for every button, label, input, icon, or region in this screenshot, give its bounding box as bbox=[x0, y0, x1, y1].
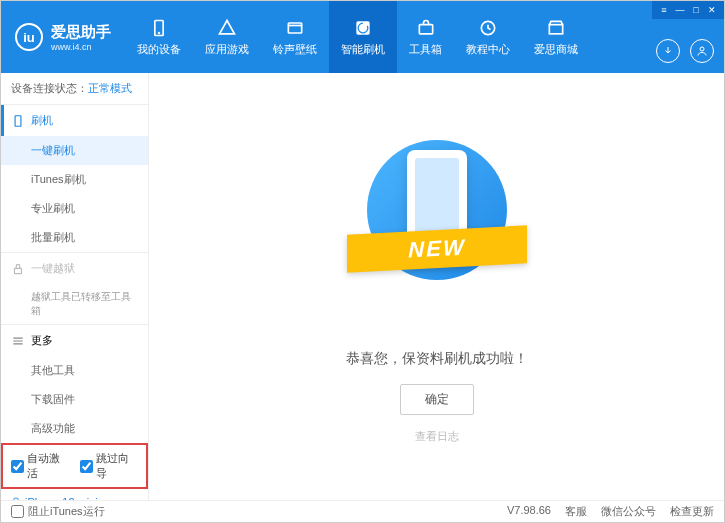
maximize-icon[interactable]: □ bbox=[688, 3, 704, 17]
jailbreak-note: 越狱工具已转移至工具箱 bbox=[1, 284, 148, 324]
checkbox-label: 自动激活 bbox=[27, 451, 70, 481]
app-url: www.i4.cn bbox=[51, 42, 111, 52]
window-controls: ≡ — □ ✕ bbox=[652, 1, 724, 19]
nav-label: 教程中心 bbox=[466, 42, 510, 57]
main-content: NEW 恭喜您，保资料刷机成功啦！ 确定 查看日志 bbox=[149, 73, 724, 500]
ok-button[interactable]: 确定 bbox=[400, 384, 474, 415]
phone-icon bbox=[11, 114, 25, 128]
version-label: V7.98.66 bbox=[507, 504, 551, 519]
svg-rect-8 bbox=[15, 115, 21, 126]
svg-rect-10 bbox=[14, 498, 18, 500]
svg-rect-9 bbox=[15, 268, 22, 273]
checkbox-label: 跳过向导 bbox=[96, 451, 139, 481]
sidebar-item-download-fw[interactable]: 下载固件 bbox=[1, 385, 148, 414]
user-icon bbox=[696, 45, 708, 57]
sidebar-section-jailbreak[interactable]: 一键越狱 bbox=[1, 253, 148, 284]
device-info: iPhone 12 mini 64GB Down-12mini-13,1 bbox=[1, 489, 148, 500]
download-button[interactable] bbox=[656, 39, 680, 63]
logo-icon: iu bbox=[15, 23, 43, 51]
device-name[interactable]: iPhone 12 mini bbox=[11, 495, 138, 500]
sidebar-item-oneclick-flash[interactable]: 一键刷机 bbox=[1, 136, 148, 165]
user-button[interactable] bbox=[690, 39, 714, 63]
footer: 阻止iTunes运行 V7.98.66 客服 微信公众号 检查更新 bbox=[1, 500, 724, 522]
refresh-icon bbox=[353, 18, 373, 38]
main-nav: 我的设备 应用游戏 铃声壁纸 智能刷机 工具箱 教程中心 爱思商城 bbox=[125, 1, 590, 73]
status-label: 设备连接状态： bbox=[11, 82, 88, 94]
apps-icon bbox=[217, 18, 237, 38]
sidebar-item-other-tools[interactable]: 其他工具 bbox=[1, 356, 148, 385]
device-icon bbox=[149, 18, 169, 38]
nav-apps[interactable]: 应用游戏 bbox=[193, 1, 261, 73]
support-link[interactable]: 客服 bbox=[565, 504, 587, 519]
nav-smart-flash[interactable]: 智能刷机 bbox=[329, 1, 397, 73]
section-title: 更多 bbox=[31, 333, 53, 348]
nav-label: 爱思商城 bbox=[534, 42, 578, 57]
check-update-link[interactable]: 检查更新 bbox=[670, 504, 714, 519]
sidebar-item-batch-flash[interactable]: 批量刷机 bbox=[1, 223, 148, 252]
header-actions bbox=[656, 39, 714, 63]
success-illustration: NEW bbox=[357, 130, 517, 330]
sidebar-section-more[interactable]: 更多 bbox=[1, 325, 148, 356]
nav-ringtones[interactable]: 铃声壁纸 bbox=[261, 1, 329, 73]
skip-guide-checkbox[interactable]: 跳过向导 bbox=[80, 451, 139, 481]
svg-rect-2 bbox=[288, 23, 301, 33]
svg-point-7 bbox=[700, 47, 704, 51]
success-message: 恭喜您，保资料刷机成功啦！ bbox=[346, 350, 528, 368]
more-icon bbox=[11, 334, 25, 348]
nav-store[interactable]: 爱思商城 bbox=[522, 1, 590, 73]
app-title: 爱思助手 bbox=[51, 23, 111, 42]
section-title: 一键越狱 bbox=[31, 261, 75, 276]
sidebar-section-flash[interactable]: 刷机 bbox=[1, 105, 148, 136]
checkbox-label: 阻止iTunes运行 bbox=[28, 504, 105, 519]
device-icon bbox=[11, 495, 21, 500]
svg-rect-4 bbox=[419, 24, 432, 33]
block-itunes-checkbox[interactable]: 阻止iTunes运行 bbox=[11, 504, 105, 519]
download-icon bbox=[662, 45, 674, 57]
status-value: 正常模式 bbox=[88, 82, 132, 94]
nav-tutorials[interactable]: 教程中心 bbox=[454, 1, 522, 73]
connection-status: 设备连接状态：正常模式 bbox=[1, 73, 148, 104]
lock-icon bbox=[11, 262, 25, 276]
menu-icon[interactable]: ≡ bbox=[656, 3, 672, 17]
auto-activate-checkbox[interactable]: 自动激活 bbox=[11, 451, 70, 481]
nav-toolbox[interactable]: 工具箱 bbox=[397, 1, 454, 73]
folder-icon bbox=[285, 18, 305, 38]
sidebar: 设备连接状态：正常模式 刷机 一键刷机 iTunes刷机 专业刷机 批量刷机 一… bbox=[1, 73, 149, 500]
store-icon bbox=[546, 18, 566, 38]
nav-label: 工具箱 bbox=[409, 42, 442, 57]
sidebar-item-pro-flash[interactable]: 专业刷机 bbox=[1, 194, 148, 223]
nav-label: 应用游戏 bbox=[205, 42, 249, 57]
minimize-icon[interactable]: — bbox=[672, 3, 688, 17]
toolbox-icon bbox=[416, 18, 436, 38]
options-row: 自动激活 跳过向导 bbox=[1, 443, 148, 489]
svg-rect-6 bbox=[549, 24, 562, 33]
close-icon[interactable]: ✕ bbox=[704, 3, 720, 17]
nav-label: 铃声壁纸 bbox=[273, 42, 317, 57]
sidebar-item-advanced[interactable]: 高级功能 bbox=[1, 414, 148, 443]
book-icon bbox=[478, 18, 498, 38]
nav-my-device[interactable]: 我的设备 bbox=[125, 1, 193, 73]
svg-point-1 bbox=[159, 32, 160, 33]
nav-label: 我的设备 bbox=[137, 42, 181, 57]
nav-label: 智能刷机 bbox=[341, 42, 385, 57]
section-title: 刷机 bbox=[31, 113, 53, 128]
app-header: iu 爱思助手 www.i4.cn 我的设备 应用游戏 铃声壁纸 智能刷机 工具… bbox=[1, 1, 724, 73]
sidebar-item-itunes-flash[interactable]: iTunes刷机 bbox=[1, 165, 148, 194]
logo: iu 爱思助手 www.i4.cn bbox=[1, 23, 125, 52]
view-log-link[interactable]: 查看日志 bbox=[415, 429, 459, 444]
wechat-link[interactable]: 微信公众号 bbox=[601, 504, 656, 519]
